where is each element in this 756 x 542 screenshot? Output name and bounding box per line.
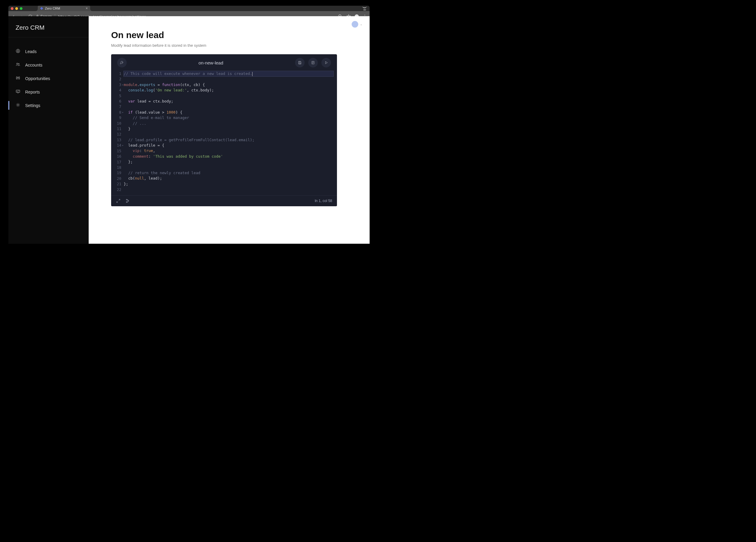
code-editor[interactable]: 12345678910111213141516171819202122 // T… <box>111 71 337 195</box>
sidebar-item-reports[interactable]: Reports <box>8 85 89 99</box>
code-line[interactable]: // Send e-mail to manager <box>124 115 333 120</box>
sidebar-item-accounts[interactable]: Accounts <box>8 58 89 72</box>
svg-rect-9 <box>19 77 19 79</box>
code-editor-panel: on-new-lead 1234567891011121314151617181… <box>111 54 337 206</box>
user-circle-icon <box>16 49 20 54</box>
code-line[interactable]: // This code will execute whenever a new… <box>124 71 333 76</box>
main-content: ⌄ On new lead Modify lead information be… <box>89 16 370 127</box>
svg-rect-8 <box>16 77 17 79</box>
line-number: 21 <box>111 181 121 187</box>
logs-button[interactable] <box>308 58 318 67</box>
line-number: 8 <box>111 110 121 115</box>
line-number: 3 <box>111 82 121 87</box>
avatar <box>352 21 358 28</box>
line-number: 15 <box>111 148 121 154</box>
sidebar-item-label: Leads <box>25 49 37 54</box>
code-line[interactable] <box>124 104 333 109</box>
line-number: 4 <box>111 87 121 93</box>
window-maximize-button[interactable] <box>20 7 22 10</box>
svg-point-6 <box>16 63 18 64</box>
line-number: 13 <box>111 137 121 143</box>
svg-point-1 <box>365 15 365 15</box>
svg-point-11 <box>17 104 19 105</box>
line-number: 1 <box>111 71 121 76</box>
tab-favicon-icon <box>40 7 43 10</box>
line-number: 7 <box>111 104 121 109</box>
sidebar-item-label: Opportunities <box>25 76 50 81</box>
code-line[interactable] <box>124 76 333 82</box>
incognito-icon: oo <box>362 6 367 10</box>
code-line[interactable]: // return the newly created lead <box>124 170 333 176</box>
line-number: 16 <box>111 154 121 159</box>
sidebar: Zero CRM LeadsAccountsOpportunitiesRepor… <box>8 16 89 127</box>
line-number: 14 <box>111 143 121 148</box>
line-number: 10 <box>111 121 121 126</box>
binoculars-icon <box>16 75 20 81</box>
code-line[interactable]: module.exports = function(ctx, cb) { <box>124 82 333 87</box>
code-line[interactable]: comment: 'This was added by custom code' <box>124 154 333 159</box>
line-number: 5 <box>111 93 121 99</box>
line-number: 2 <box>111 76 121 82</box>
code-line[interactable]: console.log('On new lead:', ctx.body); <box>124 87 333 93</box>
chart-icon <box>16 89 20 95</box>
tree-icon[interactable] <box>126 198 130 203</box>
line-number: 12 <box>111 132 121 137</box>
code-line[interactable]: lead.profile = { <box>124 143 333 148</box>
code-line[interactable]: cb(null, lead); <box>124 176 333 181</box>
user-menu[interactable]: ⌄ <box>352 21 362 28</box>
line-number: 18 <box>111 165 121 170</box>
page-title: On new lead <box>111 30 347 40</box>
sidebar-item-settings[interactable]: Settings <box>8 99 89 112</box>
code-line[interactable]: vip: true, <box>124 148 333 153</box>
browser-tab[interactable]: Zero CRM × <box>38 6 90 11</box>
line-number: 17 <box>111 159 121 165</box>
code-line[interactable] <box>124 165 333 170</box>
line-number: 9 <box>111 115 121 120</box>
expand-icon[interactable] <box>116 198 121 203</box>
code-line[interactable] <box>124 93 333 99</box>
line-number: 20 <box>111 176 121 181</box>
svg-point-5 <box>17 50 19 51</box>
gear-icon <box>16 102 20 108</box>
code-line[interactable]: if (lead.value > 1000) { <box>124 110 333 115</box>
users-icon <box>16 62 20 68</box>
editor-title: on-new-lead <box>127 60 295 65</box>
line-number: 22 <box>111 187 121 192</box>
sidebar-item-leads[interactable]: Leads <box>8 45 89 58</box>
code-line[interactable]: } <box>124 126 333 132</box>
line-number: 11 <box>111 126 121 132</box>
sidebar-item-label: Accounts <box>25 63 43 67</box>
tab-title: Zero CRM <box>45 7 60 10</box>
code-line[interactable]: var lead = ctx.body; <box>124 99 333 104</box>
editor-settings-button[interactable] <box>117 58 127 67</box>
code-line[interactable]: // lead.profile = getProfileFromFullCont… <box>124 137 333 143</box>
sidebar-item-opportunities[interactable]: Opportunities <box>8 72 89 85</box>
window-minimize-button[interactable] <box>15 7 18 10</box>
line-number: 6 <box>111 99 121 104</box>
cursor-position: ln 1, col 58 <box>315 199 332 203</box>
chevron-down-icon: ⌄ <box>360 23 362 26</box>
svg-point-7 <box>18 63 19 64</box>
code-line[interactable] <box>124 132 333 137</box>
code-line[interactable]: }; <box>124 159 333 164</box>
window-close-button[interactable] <box>11 7 13 10</box>
page-subtitle: Modify lead information before it is sto… <box>111 43 347 48</box>
code-line[interactable] <box>124 187 333 192</box>
app-name: Zero CRM <box>8 16 89 37</box>
tab-close-icon[interactable]: × <box>86 6 88 10</box>
sidebar-item-label: Reports <box>25 90 40 94</box>
save-button[interactable] <box>295 58 305 67</box>
line-number: 19 <box>111 170 121 176</box>
code-line[interactable]: // ... <box>124 121 333 126</box>
run-button[interactable] <box>321 58 331 67</box>
code-line[interactable]: }; <box>124 181 333 187</box>
sidebar-item-label: Settings <box>25 103 40 108</box>
